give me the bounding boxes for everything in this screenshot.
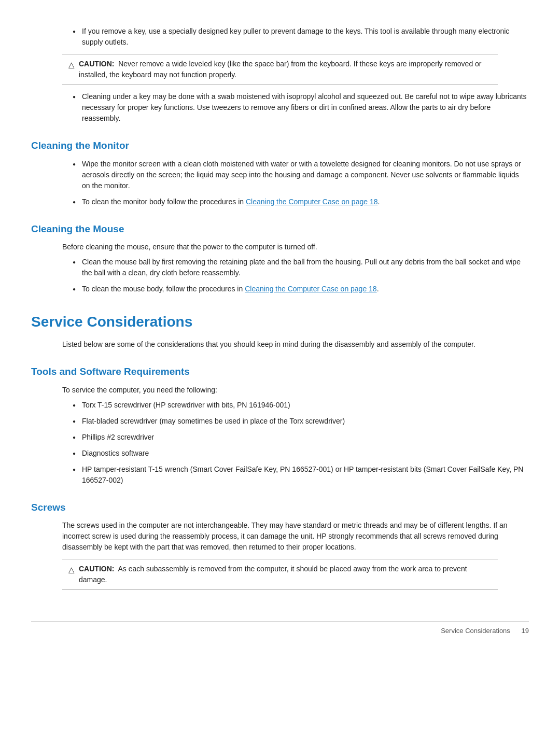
- service-considerations-heading: Service Considerations: [31, 311, 529, 333]
- service-considerations-intro: Listed below are some of the considerati…: [62, 339, 529, 350]
- mouse-bullet-1: Clean the mouse ball by first removing t…: [73, 257, 529, 278]
- mouse-case-link[interactable]: Cleaning the Computer Case on page 18: [245, 285, 377, 293]
- caution-box-1: △ CAUTION: Never remove a wide leveled k…: [62, 54, 498, 85]
- cleaning-monitor-heading: Cleaning the Monitor: [31, 138, 529, 153]
- caution-icon-1: △: [68, 59, 75, 71]
- footer-page: 19: [522, 627, 529, 635]
- intro-bullet-1: If you remove a key, use a specially des…: [73, 26, 529, 48]
- caution-label-1: CAUTION:: [79, 60, 114, 68]
- page-footer: Service Considerations 19: [31, 621, 529, 636]
- intro-bullet-2: Cleaning under a key may be done with a …: [73, 91, 529, 124]
- tools-bullet-5: HP tamper-resistant T-15 wrench (Smart C…: [73, 464, 529, 486]
- caution-text-2: As each subassembly is removed from the …: [79, 565, 467, 584]
- caution-box-2: △ CAUTION: As each subassembly is remove…: [62, 559, 498, 590]
- tools-intro: To service the computer, you need the fo…: [62, 385, 529, 396]
- monitor-case-link[interactable]: Cleaning the Computer Case on page 18: [246, 198, 378, 206]
- caution-icon-2: △: [68, 564, 75, 576]
- monitor-bullet-2: To clean the monitor body follow the pro…: [73, 196, 529, 207]
- screws-heading: Screws: [31, 500, 529, 515]
- monitor-bullet-1: Wipe the monitor screen with a clean clo…: [73, 159, 529, 191]
- screws-body: The screws used in the computer are not …: [62, 520, 529, 553]
- mouse-bullet-2: To clean the mouse body, follow the proc…: [73, 284, 529, 294]
- footer-text: Service Considerations: [441, 627, 510, 635]
- mouse-intro: Before cleaning the mouse, ensure that t…: [62, 242, 529, 252]
- tools-software-heading: Tools and Software Requirements: [31, 364, 529, 379]
- tools-bullet-4: Diagnostics software: [73, 448, 529, 459]
- tools-bullet-3: Phillips #2 screwdriver: [73, 432, 529, 443]
- tools-bullet-2: Flat-bladed screwdriver (may sometimes b…: [73, 416, 529, 427]
- caution-label-2: CAUTION:: [79, 565, 114, 573]
- caution-text-1: Never remove a wide leveled key (like th…: [79, 60, 482, 79]
- cleaning-mouse-heading: Cleaning the Mouse: [31, 222, 529, 237]
- tools-bullet-1: Torx T-15 screwdriver (HP screwdriver wi…: [73, 400, 529, 411]
- tools-list: Torx T-15 screwdriver (HP screwdriver wi…: [73, 400, 529, 486]
